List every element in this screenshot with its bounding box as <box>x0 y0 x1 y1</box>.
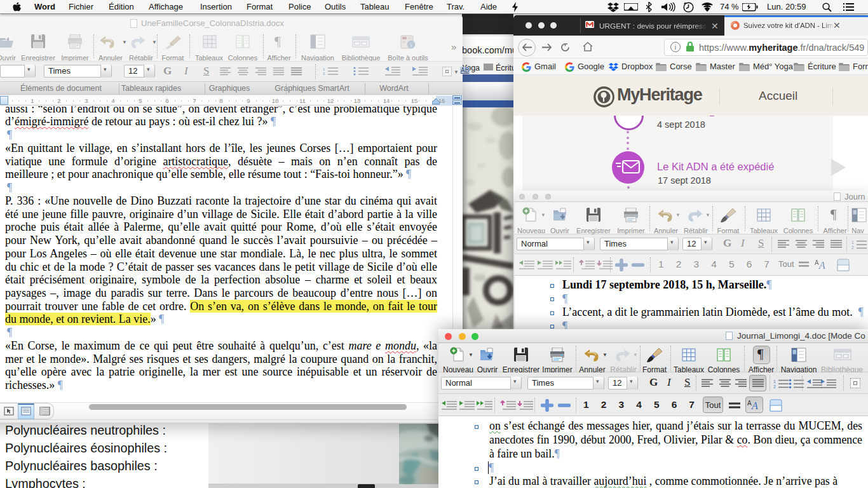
svg-text:2: 2 <box>323 72 325 76</box>
svg-text:1: 1 <box>323 67 325 71</box>
